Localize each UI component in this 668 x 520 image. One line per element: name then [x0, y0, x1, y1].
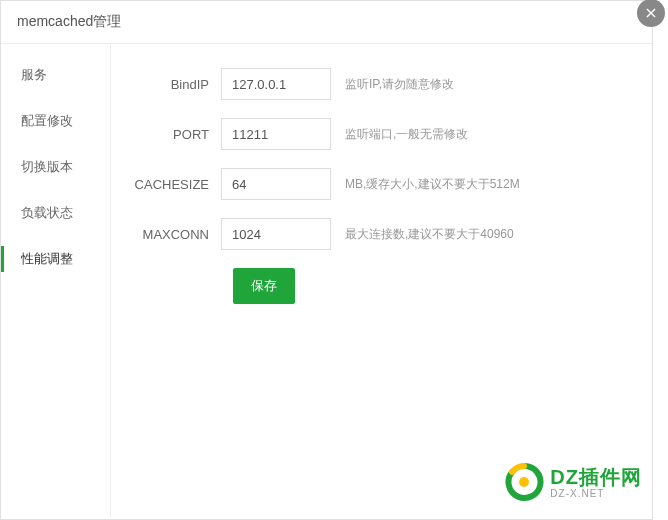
modal-dialog: memcached管理 服务 配置修改 切换版本 负载状态 性能调整 BindI…	[0, 0, 653, 520]
close-icon[interactable]	[637, 0, 665, 27]
watermark-logo-icon	[504, 462, 544, 502]
sidebar-item-config[interactable]: 配置修改	[1, 98, 110, 144]
form-row-maxconn: MAXCONN 最大连接数,建议不要大于40960	[131, 218, 632, 250]
sidebar-item-label: 性能调整	[21, 251, 73, 266]
cachesize-input[interactable]	[221, 168, 331, 200]
svg-point-2	[519, 477, 529, 487]
form-hint: 监听端口,一般无需修改	[345, 126, 468, 143]
form-label: CACHESIZE	[131, 177, 221, 192]
form-row-cachesize: CACHESIZE MB,缓存大小,建议不要大于512M	[131, 168, 632, 200]
form-label: PORT	[131, 127, 221, 142]
bindip-input[interactable]	[221, 68, 331, 100]
form-label: MAXCONN	[131, 227, 221, 242]
sidebar-item-performance[interactable]: 性能调整	[1, 236, 110, 282]
form-hint: 监听IP,请勿随意修改	[345, 76, 454, 93]
sidebar-item-version[interactable]: 切换版本	[1, 144, 110, 190]
watermark-main: DZ插件网	[550, 466, 642, 488]
sidebar-item-label: 切换版本	[21, 159, 73, 174]
form-hint: 最大连接数,建议不要大于40960	[345, 226, 514, 243]
form-row-port: PORT 监听端口,一般无需修改	[131, 118, 632, 150]
watermark-sub: DZ-X.NET	[550, 488, 642, 499]
sidebar: 服务 配置修改 切换版本 负载状态 性能调整	[1, 44, 111, 517]
form-content: BindIP 监听IP,请勿随意修改 PORT 监听端口,一般无需修改 CACH…	[111, 44, 652, 517]
sidebar-item-label: 配置修改	[21, 113, 73, 128]
form-label: BindIP	[131, 77, 221, 92]
form-row-bindip: BindIP 监听IP,请勿随意修改	[131, 68, 632, 100]
port-input[interactable]	[221, 118, 331, 150]
maxconn-input[interactable]	[221, 218, 331, 250]
sidebar-item-label: 负载状态	[21, 205, 73, 220]
modal-title: memcached管理	[1, 1, 652, 44]
form-hint: MB,缓存大小,建议不要大于512M	[345, 176, 520, 193]
sidebar-item-label: 服务	[21, 67, 47, 82]
sidebar-item-load[interactable]: 负载状态	[1, 190, 110, 236]
sidebar-item-service[interactable]: 服务	[1, 52, 110, 98]
watermark: DZ插件网 DZ-X.NET	[504, 462, 642, 502]
save-button[interactable]: 保存	[233, 268, 295, 304]
